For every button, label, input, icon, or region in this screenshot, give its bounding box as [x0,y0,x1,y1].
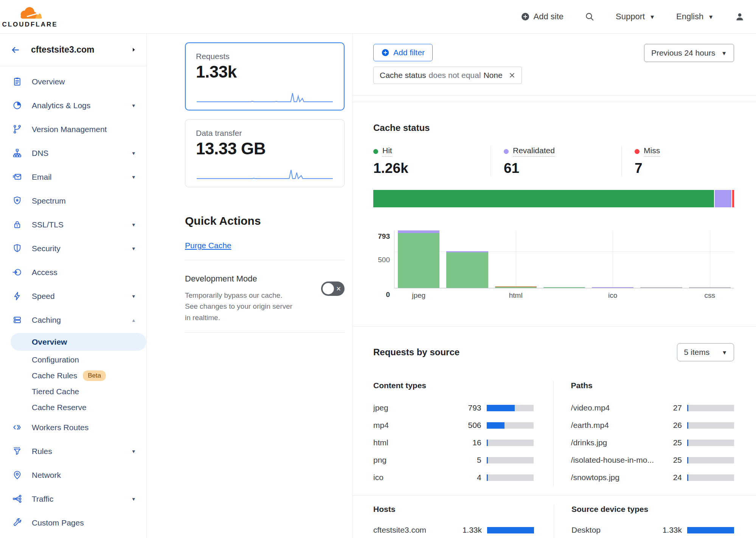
table-row: Desktop1.33k [571,521,734,538]
row-bar-fill [687,422,688,429]
row-value: 5 [457,456,481,465]
sidebar-item-label: Custom Pages [32,518,84,527]
bar-segment-hit [495,287,537,288]
bar-segment-hit [398,233,439,288]
sidebar-item-access[interactable]: Access [0,260,146,284]
row-bar-fill [487,405,515,411]
table-row: jpeg793 [373,399,534,417]
requests-card-label: Requests [196,52,334,61]
content-types-rows: jpeg793mp4506html16png5ico4 [373,399,534,486]
sidebar-subitem-overview[interactable]: Overview [11,333,146,351]
table-row: /video.mp427 [571,399,734,417]
sidebar-item-custom-pages[interactable]: Custom Pages [0,511,146,535]
divider [353,326,756,327]
sidebar-item-label: DNS [32,149,48,158]
chart-slot-jpeg: jpeg [394,231,443,288]
miss-label[interactable]: Miss [644,146,660,157]
sidebar-nav: OverviewAnalytics & Logs▾Version Managem… [0,66,146,535]
filter-row: Add filter Previous 24 hours ▼ [373,44,734,62]
sidebar-subitem-cache-reserve[interactable]: Cache Reserve [0,400,146,415]
sidebar-subitem-cache-rules[interactable]: Cache RulesBeta [0,368,146,384]
close-icon[interactable] [508,71,516,79]
chevron-down-icon: ▾ [132,150,135,157]
sidebar-item-dns[interactable]: DNS▾ [0,141,146,165]
sidebar-item-ssl-tls[interactable]: SSL/TLS▾ [0,213,146,236]
revalidated-label[interactable]: Revalidated [513,146,555,157]
data-transfer-metric-card[interactable]: Data transfer 13.33 GB [185,119,345,187]
table-row: /snowtops.jpg24 [571,469,734,486]
row-value: 24 [658,473,682,482]
chart-slot-png [540,231,588,288]
requests-by-source-header: Requests by source 5 items ▼ [373,343,734,361]
table-row: /drinks.jpg25 [571,434,734,451]
x-axis-label: html [492,291,540,300]
traffic-icon [12,494,22,504]
sidebar-subitem-configuration[interactable]: Configuration [0,352,146,368]
time-range-dropdown[interactable]: Previous 24 hours ▼ [644,44,734,62]
add-filter-label: Add filter [393,48,425,57]
bar-segment-revalidated [592,287,633,288]
divider [353,95,756,96]
y-tick-0: 0 [373,291,390,299]
sidebar-item-network[interactable]: Network [0,463,146,487]
sidebar-item-label: Security [32,244,61,253]
language-menu[interactable]: English ▼ [676,12,714,22]
table-row: /earth.mp426 [571,417,734,434]
divider [185,332,345,333]
filter-value: None [483,71,502,80]
add-site-button[interactable]: Add site [521,12,564,22]
filter-operator: does not equal [429,71,481,80]
time-range-label: Previous 24 hours [651,48,715,58]
sidebar-item-label: Traffic [32,494,53,504]
sidebar-item-email[interactable]: Email▾ [0,165,146,189]
development-mode-toggle[interactable]: ✕ [321,281,345,296]
bar-segment-other [689,287,731,288]
row-bar-fill [687,474,688,481]
support-menu[interactable]: Support ▼ [616,12,655,22]
sidebar-item-speed[interactable]: Speed▾ [0,284,146,308]
sidebar-item-analytics-logs[interactable]: Analytics & Logs▾ [0,93,146,117]
custom-pages-icon [12,518,22,528]
analytics-panel: Add filter Previous 24 hours ▼ Cache sta… [352,34,756,538]
hit-label[interactable]: Hit [382,146,392,157]
row-bar-fill [687,527,734,533]
row-label: html [373,438,457,447]
sidebar-item-security[interactable]: Security▾ [0,236,146,260]
chart-bar [640,287,682,288]
paths-title: Paths [571,381,734,390]
filter-chip[interactable]: Cache status does not equal None [373,67,522,84]
sidebar-item-workers-routes[interactable]: Workers Routes [0,415,146,439]
language-label: English [676,12,703,22]
chevron-right-icon[interactable] [131,47,137,53]
requests-metric-card[interactable]: Requests 1.33k [185,42,345,110]
sidebar-item-traffic[interactable]: Traffic▾ [0,487,146,511]
cloudflare-logo[interactable]: CLOUDFLARE [5,5,54,28]
row-bar [487,422,534,429]
devices-title: Source device types [571,505,734,514]
sidebar-item-overview[interactable]: Overview [0,70,146,93]
row-bar [687,405,734,411]
sidebar-item-spectrum[interactable]: Spectrum [0,189,146,213]
sidebar-item-label: Version Management [32,125,107,134]
row-bar [687,457,734,463]
sidebar-item-version-management[interactable]: Version Management [0,117,146,141]
data-transfer-card-label: Data transfer [196,129,334,138]
content-types-title: Content types [373,381,534,390]
add-filter-button[interactable]: Add filter [373,44,433,61]
chart-bar-html [495,286,537,288]
items-count-dropdown[interactable]: 5 items ▼ [677,343,734,361]
row-bar-fill [687,457,688,463]
sidebar-item-rules[interactable]: Rules▾ [0,439,146,463]
version-icon [12,124,22,134]
requests-by-source-title: Requests by source [373,347,459,358]
sidebar-item-label: Network [32,471,61,480]
sidebar-item-label: Access [32,268,57,277]
search-icon[interactable] [585,12,595,22]
user-icon[interactable] [735,12,745,22]
back-arrow-icon[interactable] [11,45,20,55]
add-site-label: Add site [534,12,564,22]
sidebar-subitem-tiered-cache[interactable]: Tiered Cache [0,384,146,400]
sidebar-item-caching[interactable]: Caching▴ [0,308,146,332]
purge-cache-link[interactable]: Purge Cache [185,241,231,250]
sidebar-item-label: Email [32,173,52,182]
